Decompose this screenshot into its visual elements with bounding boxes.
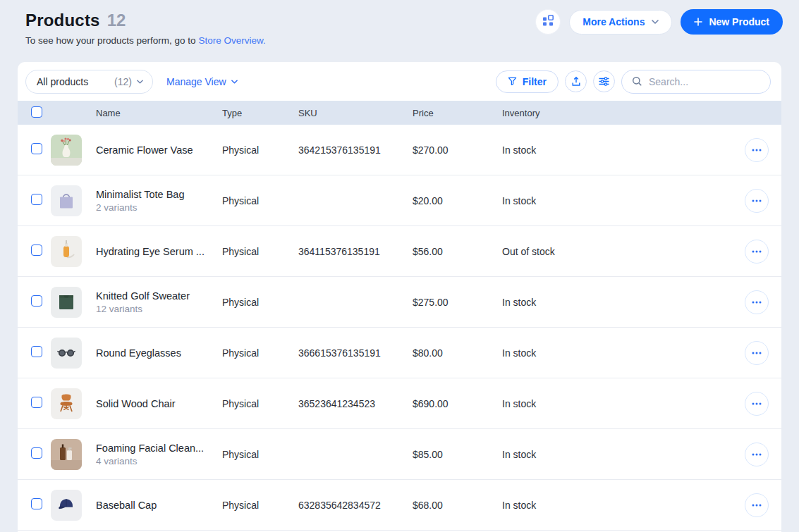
new-product-button[interactable]: New Product	[681, 9, 783, 35]
table-row[interactable]: Round Eyeglasses Physical 36661537613519…	[18, 328, 781, 378]
ellipsis-icon	[752, 453, 762, 456]
vase-product-thumbnail	[51, 135, 82, 166]
chair-product-thumbnail	[51, 388, 82, 419]
product-type: Physical	[222, 398, 298, 409]
ellipsis-icon	[752, 149, 762, 151]
product-name[interactable]: Solid Wood Chair	[96, 398, 215, 409]
more-actions-button[interactable]: More Actions	[569, 10, 672, 35]
search-icon	[632, 76, 642, 87]
row-actions-button[interactable]	[745, 240, 769, 264]
row-actions-button[interactable]	[745, 392, 769, 416]
table-header-row: Name Type SKU Price Inventory	[18, 101, 781, 125]
product-rows: Ceramic Flower Vase Physical 36421537613…	[18, 125, 781, 531]
filter-funnel-icon	[508, 77, 517, 86]
column-header-name[interactable]: Name	[96, 108, 222, 118]
product-inventory: In stock	[502, 297, 732, 308]
search-input[interactable]	[649, 76, 760, 87]
more-actions-label: More Actions	[583, 16, 645, 27]
product-price: $275.00	[413, 297, 502, 308]
header-actions: More Actions New Product	[535, 9, 783, 35]
product-inventory: In stock	[502, 500, 732, 511]
cleanser-product-thumbnail	[51, 439, 82, 470]
table-row[interactable]: Hydrating Eye Serum ... Physical 3641153…	[18, 226, 781, 277]
product-price: $690.00	[413, 398, 502, 409]
row-actions-button[interactable]	[745, 290, 769, 314]
table-row[interactable]: Foaming Facial Clean... 4 variants Physi…	[18, 429, 781, 480]
table-row[interactable]: Ceramic Flower Vase Physical 36421537613…	[18, 125, 781, 175]
product-inventory: In stock	[502, 398, 732, 409]
new-product-label: New Product	[709, 16, 769, 27]
table-row[interactable]: Minimalist Tote Bag 2 variants Physical …	[18, 175, 781, 226]
row-actions-button[interactable]	[745, 189, 769, 213]
column-header-type[interactable]: Type	[222, 108, 298, 118]
row-checkbox[interactable]	[31, 447, 42, 459]
table-row[interactable]: Solid Wood Chair Physical 36523641234523…	[18, 378, 781, 429]
product-type: Physical	[222, 144, 298, 156]
page-title: Products	[25, 11, 100, 30]
view-selector-dropdown[interactable]: All products (12)	[25, 70, 153, 94]
row-actions-button[interactable]	[745, 493, 769, 517]
product-name[interactable]: Hydrating Eye Serum ...	[96, 246, 215, 257]
product-price: $68.00	[413, 500, 502, 511]
product-inventory: Out of stock	[502, 246, 732, 257]
row-checkbox[interactable]	[31, 143, 42, 154]
subtitle-text: To see how your products perform, go to	[25, 35, 198, 46]
column-header-price[interactable]: Price	[413, 108, 502, 118]
table-row[interactable]: Knitted Golf Sweater 12 variants Physica…	[18, 277, 781, 328]
apps-grid-button[interactable]	[535, 9, 561, 35]
product-count: 12	[107, 11, 126, 30]
product-type: Physical	[222, 500, 298, 511]
product-price: $80.00	[413, 347, 502, 359]
product-name[interactable]: Ceramic Flower Vase	[96, 144, 215, 156]
sliders-icon	[599, 77, 609, 86]
page-subtitle: To see how your products perform, go to …	[25, 35, 266, 46]
product-sku: 364215376135191	[298, 144, 413, 156]
row-actions-button[interactable]	[745, 443, 769, 466]
product-name[interactable]: Foaming Facial Clean...	[96, 443, 215, 454]
product-inventory: In stock	[502, 347, 732, 359]
row-actions-button[interactable]	[745, 138, 769, 162]
sweater-product-thumbnail	[51, 287, 82, 318]
product-inventory: In stock	[502, 195, 732, 206]
ellipsis-icon	[752, 352, 762, 354]
customize-columns-button[interactable]	[593, 70, 615, 92]
table-row[interactable]: Baseball Cap Physical 632835642834572 $6…	[18, 480, 781, 531]
chevron-down-icon	[137, 80, 143, 84]
tote-product-thumbnail	[51, 185, 82, 216]
chevron-down-icon	[231, 80, 238, 84]
product-variants: 12 variants	[96, 304, 215, 314]
ellipsis-icon	[752, 250, 762, 253]
product-type: Physical	[222, 297, 298, 308]
column-header-sku[interactable]: SKU	[298, 108, 413, 118]
store-overview-link[interactable]: Store Overview.	[198, 35, 265, 46]
row-checkbox[interactable]	[31, 295, 42, 307]
select-all-checkbox[interactable]	[31, 106, 42, 118]
product-type: Physical	[222, 246, 298, 257]
product-name[interactable]: Baseball Cap	[96, 500, 215, 511]
row-checkbox[interactable]	[31, 346, 42, 357]
products-table-card: All products (12) Manage View Filter	[18, 62, 781, 532]
ellipsis-icon	[752, 301, 762, 304]
export-icon	[571, 76, 581, 87]
column-header-inventory[interactable]: Inventory	[502, 108, 732, 118]
view-selector-count: (12)	[114, 76, 132, 87]
product-name[interactable]: Minimalist Tote Bag	[96, 189, 215, 200]
row-checkbox[interactable]	[31, 245, 42, 256]
export-button[interactable]	[565, 70, 587, 92]
manage-view-label: Manage View	[166, 76, 226, 87]
product-name[interactable]: Round Eyeglasses	[96, 347, 215, 359]
product-sku: 36523641234523	[298, 398, 413, 409]
row-checkbox[interactable]	[31, 194, 42, 205]
manage-view-button[interactable]: Manage View	[166, 76, 238, 87]
product-price: $270.00	[413, 144, 502, 156]
row-checkbox[interactable]	[31, 498, 42, 509]
product-sku: 366615376135191	[298, 347, 413, 359]
product-variants: 4 variants	[96, 456, 215, 466]
product-name[interactable]: Knitted Golf Sweater	[96, 290, 215, 302]
row-checkbox[interactable]	[31, 397, 42, 408]
cap-product-thumbnail	[51, 490, 82, 521]
product-inventory: In stock	[502, 449, 732, 460]
filter-button[interactable]: Filter	[496, 70, 559, 93]
row-actions-button[interactable]	[745, 341, 769, 365]
plus-icon	[694, 18, 702, 26]
